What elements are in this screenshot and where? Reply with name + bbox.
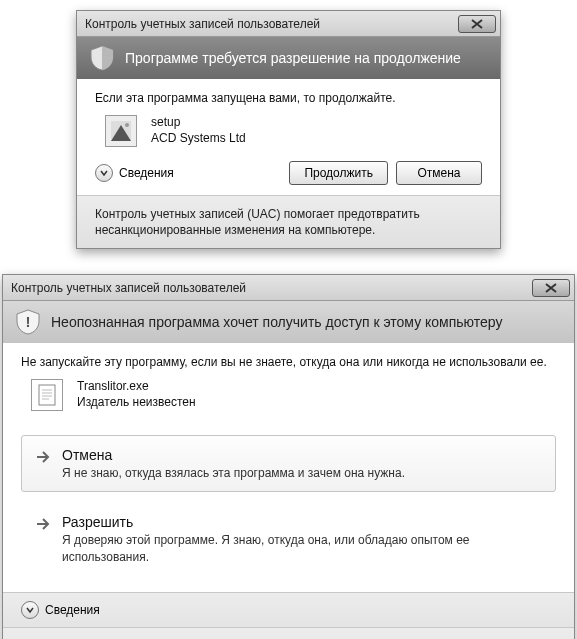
close-icon [471,19,483,29]
window-title: Контроль учетных записей пользователей [11,281,532,295]
command-link-allow[interactable]: Разрешить Я доверяю этой программе. Я зн… [21,502,556,575]
program-name: setup [151,115,246,131]
uac-dialog-unsigned: Контроль учетных записей пользователей !… [2,274,575,639]
command-title: Разрешить [62,513,543,532]
program-info: setup ACD Systems Ltd [105,115,482,147]
command-desc: Я не знаю, откуда взялась эта программа … [62,465,405,481]
close-button[interactable] [532,279,570,297]
arrow-right-icon [34,515,52,533]
titlebar[interactable]: Контроль учетных записей пользователей [77,11,500,37]
banner: ! Неопознанная программа хочет получить … [3,301,574,343]
details-label: Сведения [119,166,174,180]
instruction-text: Если эта программа запущена вами, то про… [95,91,482,105]
svg-text:!: ! [26,313,31,330]
program-icon [31,379,63,411]
publisher-name: ACD Systems Ltd [151,131,246,147]
command-links: Отмена Я не знаю, откуда взялась эта про… [3,435,574,591]
banner-text: Неопознанная программа хочет получить до… [51,314,502,330]
chevron-down-icon [21,601,39,619]
cancel-button[interactable]: Отмена [396,161,482,185]
uac-dialog-signed: Контроль учетных записей пользователей П… [76,10,501,249]
publisher-name: Издатель неизвестен [77,395,196,411]
banner-text: Программе требуется разрешение на продол… [125,50,461,66]
titlebar[interactable]: Контроль учетных записей пользователей [3,275,574,301]
svg-point-1 [125,123,129,127]
footer-text: Контроль учетных записей (UAC) помогает … [3,627,574,639]
svg-rect-3 [39,385,55,405]
window-title: Контроль учетных записей пользователей [85,17,458,31]
command-link-cancel[interactable]: Отмена Я не знаю, откуда взялась эта про… [21,435,556,492]
banner: Программе требуется разрешение на продол… [77,37,500,79]
close-icon [545,283,557,293]
program-icon [105,115,137,147]
details-section: Сведения [3,592,574,627]
shield-warning-icon: ! [15,309,41,335]
program-info: Translitor.exe Издатель неизвестен [31,379,556,411]
command-desc: Я доверяю этой программе. Я знаю, откуда… [62,532,543,564]
footer-text: Контроль учетных записей (UAC) помогает … [77,195,500,248]
chevron-down-icon [95,164,113,182]
dialog-body: Если эта программа запущена вами, то про… [77,79,500,195]
details-label: Сведения [45,603,100,617]
arrow-right-icon [34,448,52,466]
details-expander[interactable]: Сведения [21,601,556,619]
close-button[interactable] [458,15,496,33]
shield-icon [89,45,115,71]
command-title: Отмена [62,446,405,465]
continue-button[interactable]: Продолжить [289,161,388,185]
program-name: Translitor.exe [77,379,196,395]
details-expander[interactable]: Сведения [95,164,174,182]
dialog-body: Не запускайте эту программу, если вы не … [3,343,574,435]
instruction-text: Не запускайте эту программу, если вы не … [21,355,556,369]
